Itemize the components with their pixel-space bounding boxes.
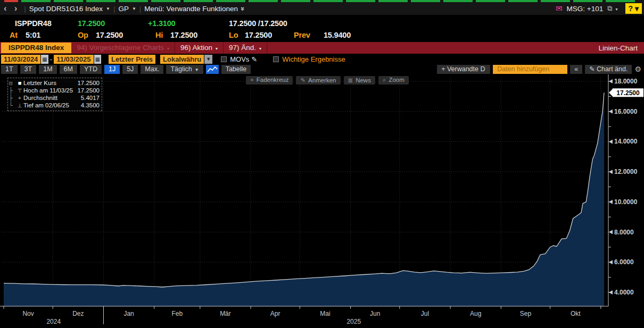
gear-icon[interactable]: ⚙ <box>634 65 641 74</box>
action-menu[interactable]: 96) Aktion▾ <box>175 42 224 54</box>
y-axis-label: 12.0000 <box>614 168 638 175</box>
legend-label: Tief am 02/06/25 <box>23 102 81 108</box>
change-menu[interactable]: 97) Änd.▾ <box>224 42 267 54</box>
edit-chart-button[interactable]: ✎ Chart änd. <box>585 65 632 74</box>
add-data-input[interactable]: Daten hinzufügen <box>493 65 567 74</box>
divider: | <box>136 5 145 13</box>
ticker-box[interactable]: ISPPDR48 Index <box>1 43 71 53</box>
window-popout-icon[interactable]: ⧉▾ <box>607 4 617 13</box>
collapse-button[interactable]: « <box>570 65 582 74</box>
x-axis-month-label: Sep <box>520 310 532 317</box>
date-to-input[interactable]: 11/03/2025 <box>54 55 93 64</box>
price-type-button[interactable]: Letzter Preis <box>109 55 155 64</box>
price-chart[interactable]: 4.00006.00008.000010.000012.000014.00001… <box>0 74 644 325</box>
last-price-arrow <box>609 88 613 97</box>
last-price-tag: 17.2500 <box>616 89 640 97</box>
date-from-input[interactable]: 11/03/2024 <box>1 55 40 64</box>
legend-label: Durchschnitt <box>23 95 81 101</box>
related-functions-menu[interactable]: Menü: Verwandte Funktionen <box>144 5 238 13</box>
range-tab-1m[interactable]: 1M <box>39 65 56 74</box>
x-axis-month-label: Nov <box>22 310 34 317</box>
at-value: 5:01 <box>26 31 40 39</box>
range-tab-1j[interactable]: 1J <box>104 65 120 74</box>
range-tab-ytd[interactable]: YTD <box>80 65 102 74</box>
zoom-tool-button[interactable]: ⌕Zoom <box>378 76 409 85</box>
quote-ticker: ISPPDR48 <box>15 19 52 28</box>
range-tab-6m[interactable]: 6M <box>60 65 77 74</box>
y-axis-label: 18.0000 <box>614 78 638 85</box>
y-major-tick-arrow <box>609 110 613 114</box>
help-button[interactable]: ? ▾ <box>625 3 642 14</box>
pencil-icon[interactable]: ✎ <box>251 55 257 63</box>
low-value: 17.2500 <box>245 31 272 39</box>
table-view-button[interactable]: Tabelle <box>221 65 251 74</box>
legend-tree-glyph: └ <box>9 102 16 109</box>
x-axis-month-label: Jul <box>421 310 429 317</box>
legend-row[interactable]: ⊟■Letzter Kurs17.2500 <box>9 79 100 87</box>
key-events-checkbox[interactable] <box>273 56 279 62</box>
suggested-charts-menu[interactable]: 94) Vorgeschlagene Charts▾ <box>71 42 175 54</box>
anmerken-tool-button[interactable]: ✎Anmerken <box>296 76 340 85</box>
y-axis-label: 14.0000 <box>614 138 638 145</box>
news-tool-button[interactable]: ≣News <box>344 76 375 85</box>
currency-select[interactable]: Lokalwähru <box>160 55 204 64</box>
function-selector[interactable]: GP <box>118 5 129 13</box>
y-major-tick-arrow <box>609 139 613 144</box>
y-major-tick-arrow <box>609 200 613 204</box>
divider: | <box>110 5 119 13</box>
legend-label: Letzter Kurs <box>23 80 77 86</box>
news-icon: ≣ <box>348 77 353 83</box>
high-value: 17.2500 <box>170 31 197 39</box>
y-axis-label: 16.0000 <box>614 108 638 115</box>
avg-marker-icon: + <box>16 95 23 101</box>
chart-area[interactable]: 4.00006.00008.000010.000012.000014.00001… <box>0 74 644 328</box>
x-axis-month-label: Jun <box>370 310 380 317</box>
low-label: Lo <box>229 31 238 39</box>
related-data-button[interactable]: + Verwandte D <box>437 65 490 74</box>
calendar-icon[interactable]: ▦ <box>94 55 101 64</box>
y-major-tick-arrow <box>609 290 613 295</box>
zoom-icon: ⌕ <box>383 77 386 83</box>
at-label: At <box>10 31 18 39</box>
frequency-dropdown[interactable]: Täglich▼ <box>166 65 203 74</box>
y-major-tick-arrow <box>609 230 613 234</box>
calendar-icon[interactable]: ▦ <box>41 55 48 64</box>
msg-count[interactable]: MSG: +101 <box>567 5 604 13</box>
y-axis-label: 10.0000 <box>614 198 638 206</box>
open-value: 17.2500 <box>96 31 123 39</box>
y-major-tick-arrow <box>609 79 613 83</box>
range-tab-5j[interactable]: 5J <box>122 65 138 74</box>
line-chart-icon <box>207 66 218 73</box>
last-price: 17.2500 <box>78 19 105 28</box>
range-tab-3t[interactable]: 3T <box>20 65 37 74</box>
range-tab-1t[interactable]: 1T <box>1 65 18 74</box>
open-label: Op <box>78 31 88 39</box>
price-change: +1.3100 <box>148 19 175 28</box>
x-axis-month-label: Mär <box>220 310 231 317</box>
x-axis-month-label: Feb <box>171 310 183 317</box>
chevron-down-icon: ▼ <box>132 6 136 11</box>
security-selector[interactable]: Spot DDR51G16 Index <box>29 5 103 13</box>
divider: | <box>21 5 29 13</box>
title-bar: ‹ › | Spot DDR51G16 Index ▼ | GP ▼ | Men… <box>0 0 644 15</box>
fadenkreuz-tool-button[interactable]: +Fadenkreuz <box>246 76 293 85</box>
legend-row[interactable]: ├⊤Hoch am 11/03/2517.2500 <box>9 87 100 94</box>
price-line <box>4 92 604 287</box>
back-arrow-icon[interactable]: ‹ <box>0 3 11 14</box>
x-axis-month-label: Aug <box>470 310 481 317</box>
currency-dropdown-icon[interactable]: ▼ <box>204 55 212 64</box>
range-tab-max[interactable]: Max. <box>141 65 163 74</box>
legend-value: 5.4017 <box>81 95 100 101</box>
legend-row[interactable]: └⊥Tief am 02/06/254.3500 <box>9 102 100 109</box>
settings-bar: 11/03/2024 ▦ - 11/03/2025 ▦ Letzter Prei… <box>0 54 644 64</box>
forward-arrow-icon[interactable]: › <box>11 3 21 14</box>
x-axis-month-label: Apr <box>270 310 280 317</box>
legend-label: Hoch am 11/03/25 <box>23 87 77 94</box>
line-chart-view-button[interactable] <box>206 65 219 74</box>
x-axis-month-label: Okt <box>571 310 581 317</box>
legend-row[interactable]: ├+Durchschnitt5.4017 <box>9 94 100 102</box>
y-axis-label: 6.0000 <box>614 258 634 266</box>
movs-checkbox[interactable] <box>221 56 227 62</box>
message-envelope-icon[interactable]: ✉ <box>556 4 563 13</box>
bid-ask: 17.2500 /17.2500 <box>229 19 287 28</box>
